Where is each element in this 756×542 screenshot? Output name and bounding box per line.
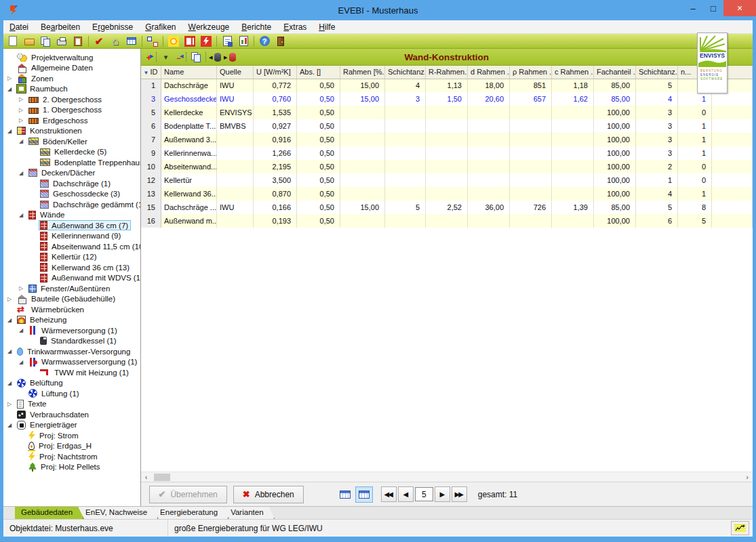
tree-item[interactable]: ◢Energieträger <box>3 420 140 431</box>
column-header[interactable]: Fachanteil ... <box>594 66 636 79</box>
pdf-report-button[interactable] <box>236 35 251 48</box>
tree-item[interactable]: ◢Trinkwarmwasser-Versorgung <box>3 346 140 357</box>
flowchart-button[interactable] <box>145 35 160 48</box>
table-cell[interactable]: 0,50 <box>297 187 340 201</box>
menu-item-hilfe[interactable]: Hilfe <box>313 20 341 33</box>
column-header[interactable]: ▼ID <box>141 66 161 79</box>
menu-item-datei[interactable]: Datei <box>3 20 35 33</box>
table-cell[interactable]: IWU <box>217 79 254 92</box>
scroll-track[interactable] <box>152 472 742 482</box>
tab-energieberatung[interactable]: Energieberatung <box>154 507 229 519</box>
expanded-icon[interactable]: ◢ <box>6 348 16 354</box>
table-cell[interactable]: 3 <box>636 146 678 160</box>
table-cell[interactable]: 12 <box>141 173 161 187</box>
tree-item[interactable]: Proj: Strom <box>3 430 140 441</box>
table-cell[interactable]: 100,00 <box>594 133 636 146</box>
table-cell[interactable] <box>468 146 510 160</box>
table-cell[interactable] <box>385 133 426 146</box>
table-cell[interactable] <box>217 214 254 228</box>
table-cell[interactable]: 1,266 <box>254 146 297 160</box>
table-cell[interactable] <box>510 133 552 146</box>
tab-gebäudedaten[interactable]: Gebäudedaten <box>15 507 84 519</box>
table-cell[interactable] <box>426 106 468 119</box>
table-cell[interactable]: 5 <box>141 106 161 119</box>
table-cell[interactable] <box>340 187 385 201</box>
table-cell[interactable]: Geschossdecke <box>161 92 217 106</box>
table-cell[interactable]: 10 <box>141 160 161 173</box>
expanded-icon[interactable]: ◢ <box>18 359 27 365</box>
table-cell[interactable]: BMVBS <box>217 119 254 133</box>
column-header[interactable]: Abs. [] <box>297 66 340 79</box>
table-cell[interactable]: 657 <box>510 92 552 106</box>
table-cell[interactable]: 16 <box>141 214 161 228</box>
table-cell[interactable] <box>468 187 510 201</box>
table-cell[interactable]: 100,00 <box>594 187 636 201</box>
table-cell[interactable]: 4 <box>636 187 678 201</box>
table-cell[interactable]: 15,00 <box>340 79 385 92</box>
table-cell[interactable] <box>510 146 552 160</box>
table-cell[interactable]: 2,195 <box>254 160 297 173</box>
collapsed-icon[interactable]: ▷ <box>18 96 27 102</box>
table-cell[interactable]: Bodenplatte T... <box>161 119 217 133</box>
tree-item[interactable]: ◢Wände <box>3 210 140 221</box>
table-cell[interactable]: 100,00 <box>594 106 636 119</box>
table-cell[interactable] <box>385 160 426 173</box>
table-cell[interactable] <box>385 146 426 160</box>
table-cell[interactable] <box>340 146 385 160</box>
table-cell[interactable] <box>217 133 254 146</box>
table-cell[interactable]: 0 <box>678 173 712 187</box>
table-cell[interactable]: 0,927 <box>254 119 297 133</box>
table-cell[interactable] <box>426 214 468 228</box>
db-import-button[interactable] <box>208 50 223 64</box>
table-cell[interactable] <box>510 160 552 173</box>
table-cell[interactable]: 20,60 <box>468 92 510 106</box>
table-cell[interactable]: 0,50 <box>297 160 340 173</box>
table-cell[interactable] <box>712 133 753 146</box>
scroll-left-icon[interactable]: ‹ <box>141 472 152 482</box>
table-cell[interactable]: 8 <box>678 201 712 214</box>
tree-item[interactable]: ◢Decken/Dächer <box>3 168 140 179</box>
copy-record-button[interactable] <box>188 50 203 64</box>
table-cell[interactable] <box>510 187 552 201</box>
table-cell[interactable] <box>217 187 254 201</box>
horizontal-scrollbar[interactable]: ‹ › <box>141 472 753 482</box>
tree-item[interactable]: ▷Bauteile (Gebäudehülle) <box>3 294 140 305</box>
expanded-icon[interactable]: ◢ <box>6 86 16 92</box>
table-cell[interactable] <box>340 160 385 173</box>
chart-status-button[interactable] <box>731 521 749 535</box>
tree-item[interactable]: ▷Erdgeschoss <box>3 115 140 126</box>
table-cell[interactable] <box>552 214 594 228</box>
table-cell[interactable] <box>385 119 426 133</box>
table-cell[interactable]: 7 <box>141 133 161 146</box>
table-cell[interactable] <box>385 214 426 228</box>
table-cell[interactable]: 1 <box>678 187 712 201</box>
table-cell[interactable] <box>552 173 594 187</box>
scroll-right-icon[interactable]: › <box>742 472 753 482</box>
table-cell[interactable] <box>340 119 385 133</box>
open-file-button[interactable] <box>22 35 37 48</box>
table-cell[interactable]: 1 <box>678 146 712 160</box>
tree-item[interactable]: Proj: Erdgas_H <box>3 441 140 452</box>
column-header[interactable]: Name <box>161 66 217 79</box>
table-cell[interactable]: 0,50 <box>297 173 340 187</box>
tree-item[interactable]: ▷1. Obergeschoss <box>3 105 140 116</box>
table-cell[interactable]: 15 <box>141 201 161 214</box>
table-cell[interactable]: 0 <box>678 160 712 173</box>
collapsed-icon[interactable]: ▷ <box>6 296 16 302</box>
table-cell[interactable] <box>552 119 594 133</box>
table-cell[interactable] <box>510 106 552 119</box>
menu-item-ergebnisse[interactable]: Ergebnisse <box>86 20 139 33</box>
building-button[interactable] <box>108 35 123 48</box>
table-cell[interactable] <box>712 173 753 187</box>
collapsed-icon[interactable]: ▷ <box>18 117 27 123</box>
column-header[interactable]: c Rahmen ... <box>552 66 594 79</box>
table-cell[interactable]: 85,00 <box>594 79 636 92</box>
table-cell[interactable]: Kellerwand 36... <box>161 187 217 201</box>
table-cell[interactable] <box>468 133 510 146</box>
tree-item[interactable]: Kellerinnenwand (9) <box>3 231 140 242</box>
table-cell[interactable] <box>712 92 753 106</box>
tree-item[interactable]: ▷Texte <box>3 399 140 410</box>
tree-item[interactable]: ▷Zonen <box>3 73 140 84</box>
collapsed-icon[interactable]: ▷ <box>18 107 27 113</box>
table-cell[interactable]: 6 <box>636 214 678 228</box>
